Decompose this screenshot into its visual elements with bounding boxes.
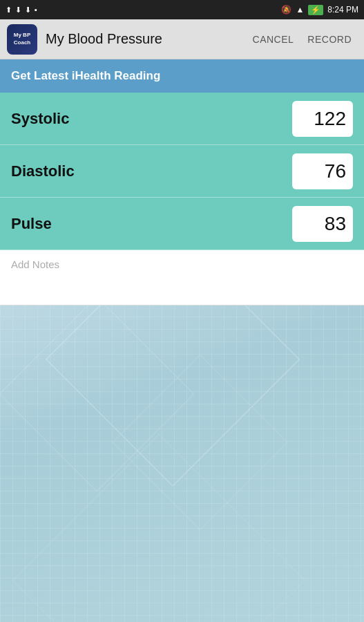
readings-section: Systolic 122 Diastolic 76 Pulse 83	[0, 93, 364, 250]
record-button[interactable]: RECORD	[302, 30, 357, 49]
wifi-icon: ▲	[296, 5, 304, 15]
app-title: My Blood Pressure	[46, 31, 247, 47]
notes-placeholder: Add Notes	[11, 258, 59, 270]
download1-icon: ⬇	[15, 6, 21, 15]
status-bar: ⬆ ⬇ ⬇ ▪ 🔕 ▲ ⚡ 8:24 PM	[0, 0, 364, 19]
diastolic-value: 76	[325, 160, 346, 182]
systolic-row: Systolic 122	[0, 93, 364, 145]
status-left-icons: ⬆ ⬇ ⬇ ▪	[6, 6, 37, 15]
diastolic-value-box[interactable]: 76	[292, 153, 353, 189]
ihealth-banner-text: Get Latest iHealth Reading	[11, 69, 160, 82]
ihealth-banner: Get Latest iHealth Reading	[0, 59, 364, 93]
cancel-button[interactable]: CANCEL	[247, 30, 300, 49]
pulse-value-box[interactable]: 83	[292, 206, 353, 242]
mute-icon: 🔕	[281, 5, 291, 15]
image-icon: ▪	[35, 6, 37, 14]
app-icon-text: My BPCoach	[14, 32, 30, 46]
notes-field[interactable]: Add Notes	[0, 250, 364, 305]
pulse-label: Pulse	[11, 215, 292, 233]
time-display: 8:24 PM	[327, 5, 358, 15]
systolic-value: 122	[314, 108, 346, 130]
systolic-value-box[interactable]: 122	[292, 101, 353, 137]
systolic-label: Systolic	[11, 110, 292, 128]
battery-icon: ⚡	[308, 5, 323, 15]
usb-icon: ⬆	[6, 6, 12, 15]
diastolic-row: Diastolic 76	[0, 145, 364, 198]
pulse-value: 83	[325, 213, 346, 235]
app-icon: My BPCoach	[7, 24, 37, 55]
top-bar: My BPCoach My Blood Pressure CANCEL RECO…	[0, 19, 364, 59]
diastolic-label: Diastolic	[11, 162, 292, 180]
status-right-info: 🔕 ▲ ⚡ 8:24 PM	[281, 5, 358, 15]
download2-icon: ⬇	[25, 6, 31, 15]
pulse-row: Pulse 83	[0, 198, 364, 250]
